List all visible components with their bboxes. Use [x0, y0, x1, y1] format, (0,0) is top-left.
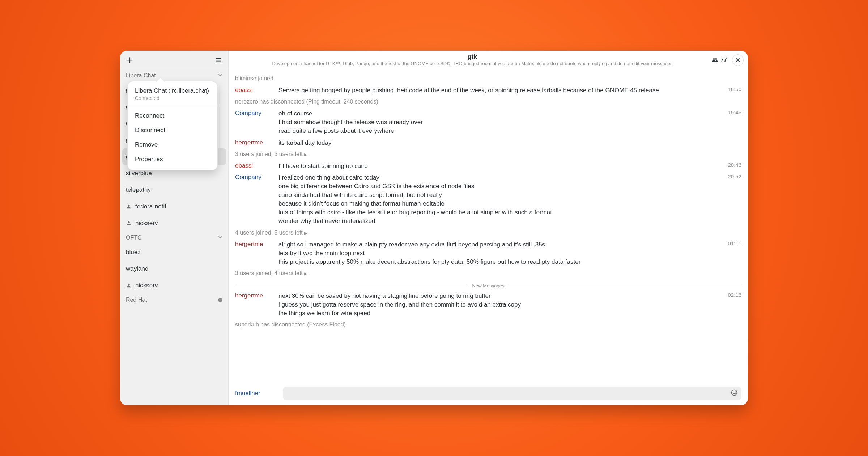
sidebar-pm[interactable]: nickserv — [120, 215, 228, 232]
network-header-oftc[interactable]: OFTC — [120, 232, 228, 244]
system-event: bliminse joined — [229, 72, 748, 85]
plus-icon — [127, 57, 133, 63]
system-event-text: 3 users joined, 4 users left — [235, 270, 303, 276]
message-nick[interactable]: hergertme — [235, 292, 278, 299]
message-line: cairo kinda had that with its cairo scri… — [278, 191, 741, 199]
network-header-redhat[interactable]: Red Hat — [120, 294, 228, 306]
message-row: 01:11hergertmealright so i managed to ma… — [229, 239, 748, 267]
network-name: Red Hat — [126, 297, 147, 303]
add-button[interactable] — [124, 55, 135, 66]
channel-label: telepathy — [126, 186, 151, 194]
message-line: wonder why that never materialized — [278, 217, 741, 225]
message-line: lots of things with cairo - like the tes… — [278, 208, 741, 217]
context-menu-reconnect[interactable]: Reconnect — [128, 109, 217, 123]
user-count-button[interactable]: 77 — [712, 57, 727, 63]
message-line: lets try it w/o the main loop next — [278, 249, 741, 258]
timestamp: 02:16 — [728, 292, 741, 298]
message-row: hergertmeits tarball day today — [229, 137, 748, 148]
chevron-down-icon — [218, 235, 222, 241]
message-line: this project is apparently 50% make dece… — [278, 258, 741, 266]
message-line: alright so i managed to make a plain pty… — [278, 240, 741, 249]
channel-label: wayland — [126, 265, 148, 273]
new-messages-divider: New Messages — [235, 282, 741, 289]
message-line: one big difference between Cairo and GSK… — [278, 182, 741, 191]
room-title: gtk — [233, 54, 712, 60]
message-line: read quite a few posts about it everywhe… — [278, 127, 741, 135]
message-row: 20:46ebassiI'll have to start spinning u… — [229, 160, 748, 171]
message-line: Servers getting hogged by people pushing… — [278, 86, 741, 95]
message-nick[interactable]: hergertme — [235, 240, 278, 248]
sidebar-pm[interactable]: fedora-notif — [120, 198, 228, 215]
expand-icon: ▶ — [304, 231, 307, 235]
message-body: its tarball day today — [278, 139, 741, 147]
new-messages-label: New Messages — [468, 283, 509, 288]
context-menu-remove[interactable]: Remove — [128, 138, 217, 152]
message-line: I realized one thing about cairo today — [278, 173, 741, 182]
sidebar: Libera Chat gnome-i18ngnome-infrastructu… — [120, 51, 229, 405]
pm-label: nickserv — [135, 220, 158, 227]
message-nick[interactable]: ebassi — [235, 162, 278, 169]
hamburger-menu-button[interactable] — [213, 55, 224, 66]
composer: fmuellner — [229, 386, 748, 405]
system-event[interactable]: 4 users joined, 5 users left▶ — [229, 227, 748, 239]
message-nick[interactable]: Company — [235, 109, 278, 117]
system-event: nerozero has disconnected (Ping timeout:… — [229, 96, 748, 108]
sidebar-channel[interactable]: wayland — [120, 261, 228, 277]
expand-icon: ▶ — [304, 152, 307, 157]
network-header-libera[interactable]: Libera Chat — [120, 69, 228, 82]
context-menu-separator — [128, 106, 217, 106]
network-name: Libera Chat — [126, 72, 156, 79]
self-nick[interactable]: fmuellner — [235, 390, 278, 397]
system-event[interactable]: 3 users joined, 3 users left▶ — [229, 148, 748, 160]
sidebar-header — [120, 51, 228, 69]
expand-icon: ▶ — [304, 271, 307, 276]
sidebar-channel[interactable]: telepathy — [120, 182, 228, 198]
timestamp: 20:52 — [728, 173, 741, 180]
message-body: I realized one thing about cairo todayon… — [278, 173, 741, 226]
network-context-menu: Libera Chat (irc.libera.chat) Connected … — [127, 81, 218, 170]
main-area: gtk Development channel for GTK™, GLib, … — [229, 51, 748, 405]
person-icon — [126, 283, 132, 288]
message-body: I'll have to start spinning up cairo — [278, 162, 741, 170]
sidebar-channel[interactable]: bluez — [120, 244, 228, 261]
sidebar-pm[interactable]: nickserv — [120, 277, 228, 294]
message-body: oh of courseI had somehow thought the re… — [278, 109, 741, 135]
message-line: next 30% can be saved by not having a st… — [278, 292, 741, 300]
close-icon — [735, 58, 740, 63]
room-subtitle: Development channel for GTK™, GLib, Pang… — [233, 61, 712, 66]
channel-label: bluez — [126, 249, 141, 256]
message-nick[interactable]: Company — [235, 173, 278, 181]
message-body: next 30% can be saved by not having a st… — [278, 292, 741, 318]
context-menu-properties[interactable]: Properties — [128, 152, 217, 166]
message-row: 02:16hergertmenext 30% can be saved by n… — [229, 290, 748, 318]
timestamp: 20:46 — [728, 162, 741, 168]
network-name: OFTC — [126, 235, 142, 241]
hamburger-icon — [215, 57, 222, 63]
close-button[interactable] — [732, 54, 744, 66]
context-menu-disconnect[interactable]: Disconnect — [128, 123, 217, 138]
message-nick[interactable]: ebassi — [235, 86, 278, 94]
message-line: because it didn't focus on making that f… — [278, 199, 741, 208]
person-icon — [126, 204, 132, 210]
system-event-text: superkuh has disconnected (Excess Flood) — [235, 321, 346, 328]
message-body: alright so i managed to make a plain pty… — [278, 240, 741, 266]
system-event-text: nerozero has disconnected (Ping timeout:… — [235, 98, 378, 105]
message-line: i guess you just gotta reserve space in … — [278, 300, 741, 309]
system-event-text: bliminse joined — [235, 75, 273, 81]
system-event[interactable]: 3 users joined, 4 users left▶ — [229, 267, 748, 279]
user-count-label: 77 — [720, 57, 727, 63]
emoji-button[interactable] — [731, 389, 738, 398]
message-list[interactable]: bliminse joined18:50ebassiServers gettin… — [229, 69, 748, 386]
message-body: Servers getting hogged by people pushing… — [278, 86, 741, 95]
message-nick[interactable]: hergertme — [235, 139, 278, 146]
main-header: gtk Development channel for GTK™, GLib, … — [229, 51, 748, 69]
users-icon — [712, 57, 718, 63]
context-menu-title: Libera Chat (irc.libera.chat) — [128, 85, 217, 95]
header-title-box: gtk Development channel for GTK™, GLib, … — [233, 54, 712, 66]
app-window: Libera Chat gnome-i18ngnome-infrastructu… — [120, 51, 748, 405]
message-line: I had somehow thought the release was al… — [278, 118, 741, 127]
message-line: oh of course — [278, 109, 741, 118]
message-input[interactable] — [283, 387, 741, 400]
context-menu-subtitle: Connected — [128, 95, 217, 104]
message-line: the things we learn for wire speed — [278, 309, 741, 318]
